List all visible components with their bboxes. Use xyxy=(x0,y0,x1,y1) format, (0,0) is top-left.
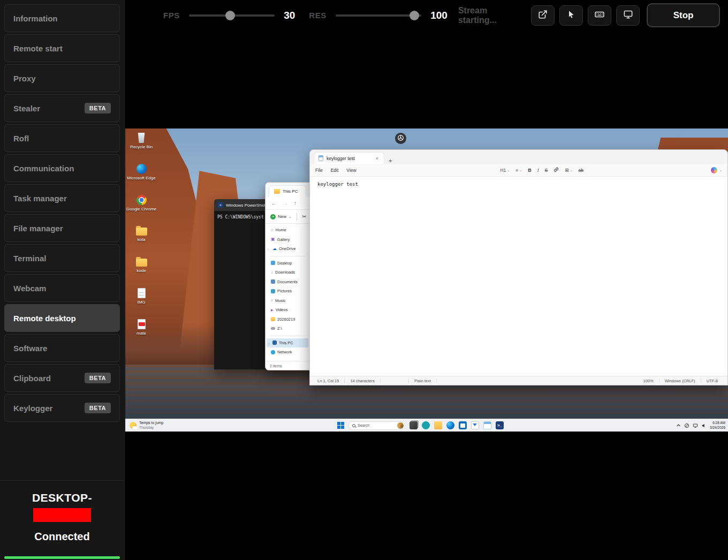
search-daily-image xyxy=(397,422,404,429)
desktop-icon-chrome[interactable]: Google Chrome xyxy=(130,193,153,224)
nav-item-home[interactable]: ⌂Home xyxy=(267,225,308,235)
desktop-icon-recycle-bin[interactable]: Recycle Bin xyxy=(130,131,153,162)
display-icon[interactable] xyxy=(693,423,698,428)
sidebar-item-task-manager[interactable]: Task manager xyxy=(4,184,120,212)
edge-app-icon[interactable] xyxy=(446,421,454,429)
clear-formatting-button[interactable]: ab xyxy=(579,168,583,173)
sidebar-item-proxy[interactable]: Proxy xyxy=(4,64,120,92)
desktop-icon-label: kode xyxy=(136,268,146,273)
keyboard-icon xyxy=(594,9,605,22)
sidebar-item-software[interactable]: Software xyxy=(4,334,120,362)
notepad-tab[interactable]: keylogger test × xyxy=(314,152,384,164)
nav-item-desktop[interactable]: Desktop xyxy=(267,259,308,268)
taskbar-search[interactable]: Search xyxy=(348,421,405,430)
file-explorer-app-icon[interactable] xyxy=(434,421,442,429)
sidebar-item-rofl[interactable]: Rofl xyxy=(4,124,120,152)
nav-label: Z:\ xyxy=(277,326,282,331)
monitor-select-button[interactable] xyxy=(616,5,640,26)
notepad-window[interactable]: keylogger test × + File Edit View H1⌄ ≡⌄… xyxy=(309,149,728,385)
sidebar-item-stealer[interactable]: StealerBETA xyxy=(4,94,120,122)
chevron-down-icon: ⌄ xyxy=(507,168,510,172)
sidebar-item-information[interactable]: Information xyxy=(4,4,120,32)
strikethrough-button[interactable]: S xyxy=(545,168,548,173)
fps-value: 30 xyxy=(284,10,295,21)
nav-item-videos[interactable]: ▶Videos xyxy=(267,305,308,315)
nav-item-network[interactable]: Network xyxy=(267,347,308,357)
desktop-icon-folder-2[interactable]: kode xyxy=(130,255,153,286)
sidebar-item-label: Stealer xyxy=(13,104,40,113)
strike-label: S xyxy=(545,168,548,173)
close-tab-icon[interactable]: × xyxy=(375,156,380,161)
explorer-tab[interactable]: This PC xyxy=(269,185,306,196)
taskbar-clock[interactable]: 6:28 AM 3/24/2026 xyxy=(710,421,725,430)
new-tab-icon[interactable]: + xyxy=(389,157,392,164)
nav-item-music[interactable]: ♪Music xyxy=(267,296,308,306)
task-view-button[interactable] xyxy=(410,421,418,429)
volume-icon[interactable] xyxy=(701,423,707,428)
open-external-button[interactable] xyxy=(531,5,555,26)
start-button[interactable] xyxy=(337,422,344,429)
cut-icon[interactable]: ✂ xyxy=(302,214,306,220)
table-button[interactable]: ⊞⌄ xyxy=(565,168,572,173)
fps-slider[interactable] xyxy=(189,14,275,17)
nav-item-pictures[interactable]: Pictures xyxy=(267,286,308,296)
sidebar-item-keylogger[interactable]: KeyloggerBETA xyxy=(4,394,120,422)
keyboard-control-button[interactable] xyxy=(588,5,611,26)
sidebar-item-webcam[interactable]: Webcam xyxy=(4,274,120,302)
back-icon[interactable]: ← xyxy=(271,200,277,206)
up-icon[interactable]: ↑ xyxy=(294,200,297,206)
sidebar-menu: Information Remote start Proxy StealerBE… xyxy=(0,0,124,424)
menu-file[interactable]: File xyxy=(315,168,323,173)
new-item-button[interactable]: + New ⌄ xyxy=(270,214,292,220)
nav-item-this-pc[interactable]: ⌄This PC xyxy=(267,338,308,348)
mail-app-icon[interactable] xyxy=(471,421,479,429)
desktop-icon-edge[interactable]: Microsoft Edge xyxy=(130,162,153,193)
menu-edit[interactable]: Edit xyxy=(331,168,339,173)
forward-icon[interactable]: → xyxy=(283,200,288,206)
list-button[interactable]: ≡⌄ xyxy=(515,168,522,173)
pointer-control-button[interactable] xyxy=(559,5,583,26)
desktop-icon-document[interactable]: IMG xyxy=(130,286,153,317)
bold-label: B xyxy=(528,168,532,173)
sidebar-item-remote-desktop[interactable]: Remote desktop xyxy=(4,304,120,332)
fps-slider-thumb[interactable] xyxy=(225,11,235,20)
powershell-app-icon[interactable]: >_ xyxy=(496,421,504,429)
italic-button[interactable]: I xyxy=(537,168,539,173)
sidebar-item-remote-start[interactable]: Remote start xyxy=(4,34,120,62)
nav-item-documents[interactable]: Documents xyxy=(267,277,308,287)
divider xyxy=(270,336,305,336)
tray-chevron-up-icon[interactable] xyxy=(676,423,681,428)
stop-button[interactable]: Stop xyxy=(647,3,720,27)
clear-format-label: ab xyxy=(579,168,583,173)
desktop-icon-folder-1[interactable]: kota xyxy=(130,224,153,255)
notepad-editor[interactable]: keylogger test xyxy=(310,177,727,376)
zoom-level[interactable]: 100% xyxy=(638,379,659,383)
weather-widget[interactable]: Temps to jump Thursday xyxy=(130,419,164,432)
sidebar-item-terminal[interactable]: Terminal xyxy=(4,244,120,272)
res-slider-thumb[interactable] xyxy=(410,11,419,20)
res-slider[interactable] xyxy=(336,14,422,17)
copilot-button[interactable]: ⌄ xyxy=(711,167,722,173)
link-button[interactable] xyxy=(553,167,559,173)
desktop-icon-pdf[interactable]: mate xyxy=(130,317,153,348)
nav-item-onedrive[interactable]: ›☁OneDrive xyxy=(267,244,308,254)
bold-button[interactable]: B xyxy=(528,168,532,173)
people-app-icon[interactable] xyxy=(422,421,430,429)
nav-item-drive-z[interactable]: Z:\ xyxy=(267,324,308,334)
menu-view[interactable]: View xyxy=(346,168,356,173)
remote-desktop-stream[interactable]: Recycle Bin Microsoft Edge Google Chrome… xyxy=(125,128,728,432)
desktop-icons: Recycle Bin Microsoft Edge Google Chrome… xyxy=(130,131,153,348)
fps-label: FPS xyxy=(163,11,180,20)
nav-item-gallery[interactable]: ▣Gallery xyxy=(267,235,308,245)
sidebar-item-communication[interactable]: Communication xyxy=(4,154,120,182)
nav-item-folder-20260219[interactable]: 20260219 xyxy=(267,315,308,324)
nav-item-downloads[interactable]: ↓Downloads xyxy=(267,268,308,277)
nav-label: Documents xyxy=(277,279,298,284)
store-app-icon[interactable] xyxy=(459,421,467,429)
sidebar-item-file-manager[interactable]: File manager xyxy=(4,214,120,242)
heading-button[interactable]: H1⌄ xyxy=(500,168,510,173)
network-off-icon[interactable] xyxy=(684,423,689,428)
notepad-titlebar[interactable]: keylogger test × + xyxy=(310,150,727,164)
sidebar-item-clipboard[interactable]: ClipboardBETA xyxy=(4,364,120,392)
notepad-app-icon[interactable] xyxy=(483,421,491,429)
